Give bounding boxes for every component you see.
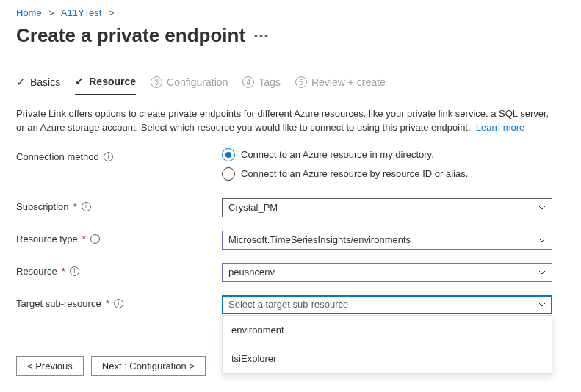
chevron-right-icon: > bbox=[109, 7, 115, 18]
required-icon: * bbox=[106, 298, 109, 309]
resource-type-select[interactable]: Microsoft.TimeSeriesInsights/environment… bbox=[222, 231, 552, 250]
tab-resource[interactable]: ✓ Resource bbox=[75, 72, 136, 95]
radio-label: Connect to an Azure resource by resource… bbox=[241, 168, 468, 179]
tab-label: Tags bbox=[259, 76, 281, 88]
subscription-select[interactable]: Crystal_PM bbox=[222, 198, 552, 217]
step-number-icon: 5 bbox=[295, 76, 307, 88]
tab-label: Resource bbox=[89, 76, 136, 87]
radio-connect-resource-id[interactable]: Connect to an Azure resource by resource… bbox=[222, 167, 565, 181]
info-icon[interactable]: i bbox=[82, 202, 91, 211]
select-value: peusncenv bbox=[228, 266, 275, 277]
info-icon[interactable]: i bbox=[90, 234, 100, 244]
chevron-down-icon bbox=[538, 302, 546, 307]
tab-review-create[interactable]: 5 Review + create bbox=[295, 73, 386, 94]
target-sub-resource-select[interactable]: Select a target sub-resource bbox=[222, 295, 552, 314]
chevron-down-icon bbox=[538, 270, 546, 275]
tab-configuration[interactable]: 3 Configuration bbox=[151, 73, 228, 94]
select-placeholder: Select a target sub-resource bbox=[228, 299, 348, 310]
resource-select[interactable]: peusncenv bbox=[222, 263, 552, 282]
target-sub-resource-dropdown: environment tsiExplorer bbox=[222, 315, 552, 374]
breadcrumb-home[interactable]: Home bbox=[16, 7, 42, 18]
tab-bar: ✓ Basics ✓ Resource 3 Configuration 4 Ta… bbox=[16, 72, 565, 95]
tab-label: Basics bbox=[30, 76, 60, 88]
footer: < Previous Next : Configuration > bbox=[16, 356, 206, 376]
label-target-sub-resource: Target sub-resource bbox=[16, 298, 101, 309]
info-icon[interactable]: i bbox=[104, 152, 113, 161]
chevron-down-icon bbox=[538, 238, 546, 242]
more-icon[interactable]: ••• bbox=[254, 30, 270, 42]
page-title: Create a private endpoint bbox=[16, 24, 245, 47]
label-resource: Resource bbox=[16, 266, 57, 277]
breadcrumb: Home > A11YTest > bbox=[16, 7, 565, 18]
previous-button[interactable]: < Previous bbox=[16, 356, 84, 376]
description-body: Private Link offers options to create pr… bbox=[16, 108, 549, 133]
dropdown-option-environment[interactable]: environment bbox=[223, 316, 552, 344]
select-value: Microsoft.TimeSeriesInsights/environment… bbox=[228, 234, 411, 245]
label-subscription: Subscription bbox=[16, 201, 69, 212]
breadcrumb-a11ytest[interactable]: A11YTest bbox=[61, 7, 102, 18]
required-icon: * bbox=[82, 233, 86, 244]
step-number-icon: 4 bbox=[242, 76, 254, 88]
radio-connect-directory[interactable]: Connect to an Azure resource in my direc… bbox=[222, 148, 565, 161]
label-connection-method: Connection method bbox=[16, 151, 99, 162]
check-icon: ✓ bbox=[16, 76, 26, 89]
tab-label: Configuration bbox=[167, 76, 228, 88]
radio-icon bbox=[222, 167, 235, 181]
required-icon: * bbox=[62, 266, 65, 277]
tab-label: Review + create bbox=[311, 76, 386, 88]
radio-label: Connect to an Azure resource in my direc… bbox=[241, 149, 434, 160]
tab-tags[interactable]: 4 Tags bbox=[242, 73, 281, 94]
learn-more-link[interactable]: Learn more bbox=[476, 122, 524, 133]
dropdown-option-tsiexplorer[interactable]: tsiExplorer bbox=[223, 344, 552, 373]
required-icon: * bbox=[73, 201, 77, 212]
tab-basics[interactable]: ✓ Basics bbox=[16, 73, 60, 95]
description-text: Private Link offers options to create pr… bbox=[16, 107, 560, 135]
radio-icon bbox=[222, 148, 235, 161]
chevron-down-icon bbox=[538, 206, 546, 210]
select-value: Crystal_PM bbox=[228, 202, 278, 213]
info-icon[interactable]: i bbox=[114, 299, 123, 308]
info-icon[interactable]: i bbox=[70, 266, 79, 276]
next-button[interactable]: Next : Configuration > bbox=[91, 356, 206, 376]
chevron-right-icon: > bbox=[48, 7, 54, 18]
label-resource-type: Resource type bbox=[16, 233, 78, 244]
step-number-icon: 3 bbox=[151, 76, 162, 88]
check-icon: ✓ bbox=[75, 75, 84, 88]
